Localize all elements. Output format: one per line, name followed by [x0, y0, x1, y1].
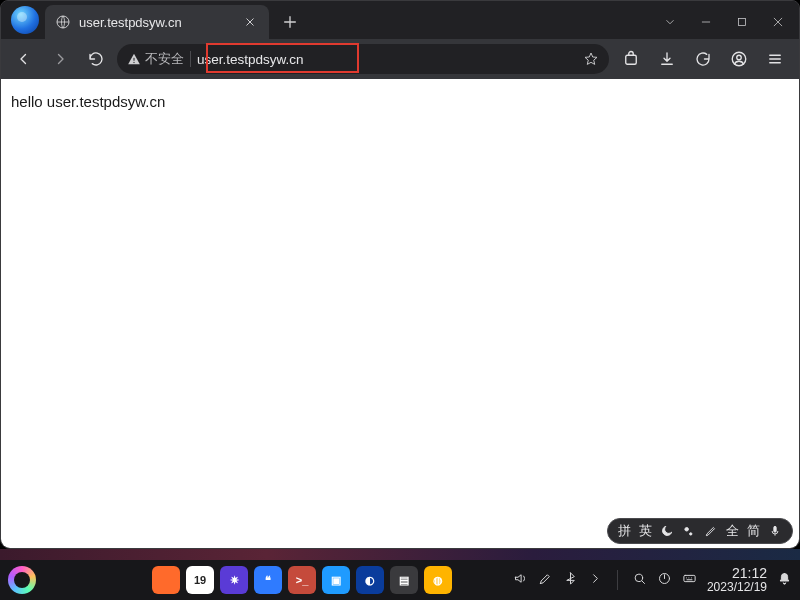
svg-rect-3	[133, 62, 134, 63]
back-button[interactable]	[9, 44, 39, 74]
warning-icon	[127, 52, 141, 66]
window-close-button[interactable]	[761, 9, 795, 35]
svg-rect-12	[684, 575, 695, 581]
keyboard-icon[interactable]	[682, 571, 697, 589]
taskbar-app-panel[interactable]: ▤	[390, 566, 418, 594]
svg-point-8	[690, 533, 692, 535]
search-icon[interactable]	[632, 571, 647, 589]
taskbar-clock[interactable]: 21:12 2023/12/19	[707, 566, 767, 593]
page-body-text: hello user.testpdsyw.cn	[11, 93, 165, 110]
active-tab[interactable]: user.testpdsyw.cn	[45, 5, 269, 39]
taskbar-pinned-apps: 19✷❝>_▣◐▤◍	[152, 566, 452, 594]
security-indicator[interactable]: 不安全	[127, 51, 184, 68]
bluetooth-icon[interactable]	[563, 571, 578, 589]
menu-button[interactable]	[759, 44, 791, 74]
svg-point-7	[685, 528, 689, 532]
window-dropdown-button[interactable]	[653, 9, 687, 35]
taskbar-app-guard[interactable]: ▣	[322, 566, 350, 594]
ime-mode-english[interactable]: 英	[639, 522, 652, 540]
svg-rect-4	[626, 55, 637, 64]
svg-rect-2	[133, 58, 134, 61]
svg-point-6	[737, 55, 742, 60]
svg-rect-9	[774, 526, 776, 532]
moon-icon[interactable]	[660, 524, 674, 538]
forward-button[interactable]	[45, 44, 75, 74]
profile-button[interactable]	[723, 44, 755, 74]
svg-rect-1	[739, 19, 746, 26]
mic-icon[interactable]	[768, 524, 782, 538]
taskbar-app-terminal[interactable]: >_	[288, 566, 316, 594]
desktop-wallpaper-strip	[0, 549, 800, 560]
window-controls	[653, 9, 795, 35]
security-label: 不安全	[145, 51, 184, 68]
bookmark-button[interactable]	[581, 51, 601, 67]
new-tab-button[interactable]	[275, 7, 305, 37]
punctuation-icon[interactable]	[682, 524, 696, 538]
clock-time: 21:12	[707, 566, 767, 581]
history-button[interactable]	[687, 44, 719, 74]
taskbar-app-calendar[interactable]: 19	[186, 566, 214, 594]
pen-icon[interactable]	[704, 524, 718, 538]
notifications-icon[interactable]	[777, 571, 792, 589]
system-tray: 21:12 2023/12/19	[513, 566, 792, 593]
taskbar-app-settings[interactable]: ✷	[220, 566, 248, 594]
window-minimize-button[interactable]	[689, 9, 723, 35]
tab-title: user.testpdsyw.cn	[79, 15, 233, 30]
browser-window: user.testpdsyw.cn	[0, 0, 800, 549]
window-maximize-button[interactable]	[725, 9, 759, 35]
ime-toolbar[interactable]: 拼 英 全 简	[607, 518, 793, 544]
brush-icon[interactable]	[538, 571, 553, 589]
taskbar-app-browser[interactable]: ◐	[356, 566, 384, 594]
power-icon[interactable]	[657, 571, 672, 589]
taskbar-app-notes[interactable]: ❝	[254, 566, 282, 594]
clock-date: 2023/12/19	[707, 581, 767, 594]
globe-icon	[55, 14, 71, 30]
tray-separator	[617, 570, 618, 590]
volume-icon[interactable]	[513, 571, 528, 589]
tab-strip: user.testpdsyw.cn	[1, 1, 799, 39]
tray-expand-icon[interactable]	[588, 571, 603, 589]
ime-charset-simplified[interactable]: 简	[747, 522, 760, 540]
reload-button[interactable]	[81, 44, 111, 74]
ime-width-full[interactable]: 全	[726, 522, 739, 540]
extensions-button[interactable]	[615, 44, 647, 74]
taskbar: 19✷❝>_▣◐▤◍ 21:12 2023/12/19	[0, 560, 800, 600]
taskbar-app-store[interactable]	[152, 566, 180, 594]
page-viewport[interactable]: hello user.testpdsyw.cn 拼 英 全 简	[1, 79, 799, 548]
svg-point-10	[635, 574, 643, 582]
url-text[interactable]: user.testpdsyw.cn	[197, 52, 575, 67]
tab-close-button[interactable]	[241, 13, 259, 31]
ime-mode-pinyin[interactable]: 拼	[618, 522, 631, 540]
start-button[interactable]	[8, 566, 36, 594]
browser-app-icon	[11, 6, 39, 34]
address-bar[interactable]: 不安全 user.testpdsyw.cn	[117, 44, 609, 74]
toolbar-actions	[615, 44, 791, 74]
downloads-button[interactable]	[651, 44, 683, 74]
omnibox-divider	[190, 51, 191, 67]
browser-toolbar: 不安全 user.testpdsyw.cn	[1, 39, 799, 79]
taskbar-app-disc[interactable]: ◍	[424, 566, 452, 594]
